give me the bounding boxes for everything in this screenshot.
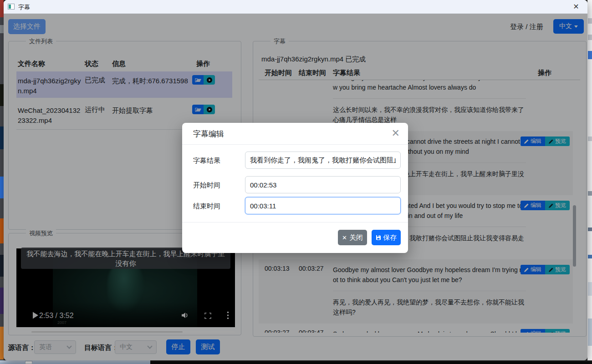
field-label-result: 字幕结果	[193, 157, 220, 165]
taskbar-strip	[0, 360, 592, 364]
screen: 字幕 ✕ 选择文件 登录 / 注册 中文 文件列表 文件名称 状态 信息 操作 …	[0, 0, 592, 364]
document-icon	[25, 361, 32, 364]
field-label-start: 开始时间	[193, 181, 220, 190]
start-time-input[interactable]	[245, 176, 401, 193]
window-close-icon[interactable]: ✕	[571, 2, 581, 12]
window-titlebar: 字幕 ✕	[4, 0, 587, 14]
close-button[interactable]: ✕ 关闭	[338, 230, 367, 245]
end-time-input[interactable]	[245, 197, 401, 214]
modal-header: 字幕编辑 ✕	[182, 123, 408, 145]
background-window-strip	[587, 0, 592, 364]
subtitle-edit-modal: 字幕编辑 ✕ 字幕结果 开始时间 结束时间 ✕ 关闭	[182, 123, 408, 253]
app-window: 字幕 ✕ 选择文件 登录 / 注册 中文 文件列表 文件名称 状态 信息 操作 …	[4, 0, 587, 360]
window-title: 字幕	[18, 3, 30, 11]
modal-title: 字幕编辑	[193, 129, 224, 139]
field-label-end: 结束时间	[193, 202, 220, 211]
app-icon	[8, 4, 15, 10]
save-icon	[376, 235, 381, 240]
modal-footer: ✕ 关闭 保存	[182, 222, 408, 253]
save-button[interactable]: 保存	[372, 230, 401, 245]
close-label: 关闭	[349, 233, 363, 242]
x-icon: ✕	[342, 234, 347, 241]
app-client-area: 选择文件 登录 / 注册 中文 文件列表 文件名称 状态 信息 操作 mda-j…	[4, 14, 587, 360]
save-label: 保存	[383, 233, 397, 242]
subtitle-result-input[interactable]	[245, 152, 401, 169]
desktop-icons-strip	[0, 0, 4, 364]
modal-close-icon[interactable]: ✕	[392, 128, 400, 139]
